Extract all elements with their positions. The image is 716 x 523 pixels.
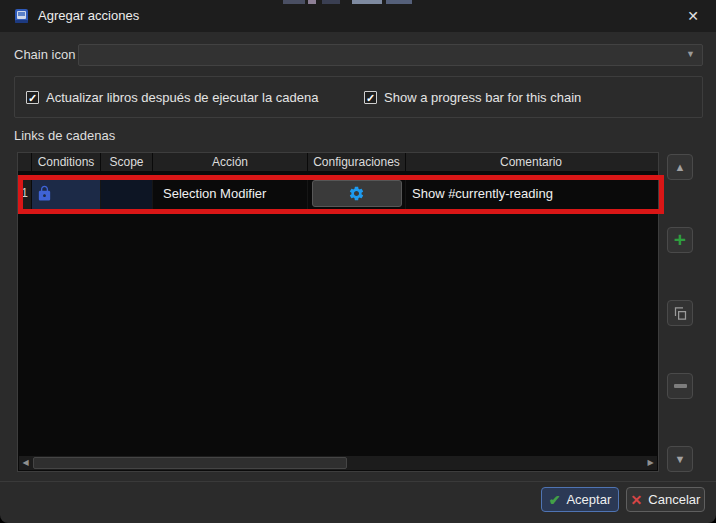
chain-icon-select[interactable]: ▼ — [78, 44, 703, 66]
accept-button-label: Aceptar — [566, 492, 611, 507]
chain-links-section-label: Links de cadenas — [14, 128, 115, 143]
table-row[interactable]: 1 Selection Modifier Show #currently-rea… — [18, 177, 658, 210]
plus-icon: + — [674, 229, 686, 250]
scroll-left-icon[interactable]: ◀ — [19, 456, 32, 470]
scope-cell[interactable] — [101, 177, 153, 210]
scroll-right-icon[interactable]: ▶ — [644, 456, 657, 470]
chain-editor-app-icon — [14, 8, 30, 24]
progress-bar-checkbox[interactable]: ✓ — [364, 91, 377, 104]
add-actions-dialog: Agregar acciones ✕ Chain icon ▼ ✓ Actual… — [0, 0, 716, 523]
add-link-button[interactable]: + — [667, 227, 693, 253]
chain-icon-label: Chain icon — [14, 47, 75, 62]
remove-link-button[interactable] — [667, 373, 693, 399]
progress-bar-label: Show a progress bar for this chain — [384, 90, 581, 105]
copy-link-button[interactable] — [667, 300, 693, 326]
table-header-row: Conditions Scope Acción Configuraciones … — [18, 153, 658, 171]
check-icon: ✔ — [549, 492, 561, 508]
options-groupbox: ✓ Actualizar libros después de ejecutar … — [14, 76, 703, 118]
cancel-button[interactable]: ✕ Cancelar — [626, 487, 705, 512]
table-corner-cell — [18, 153, 32, 171]
column-header-configuraciones[interactable]: Configuraciones — [308, 153, 406, 171]
close-icon[interactable]: ✕ — [676, 0, 710, 32]
configuraciones-cell — [308, 177, 406, 210]
progress-bar-checkbox-row[interactable]: ✓ Show a progress bar for this chain — [364, 90, 581, 105]
update-books-checkbox-row[interactable]: ✓ Actualizar libros después de ejecutar … — [26, 90, 318, 105]
dialog-title: Agregar acciones — [38, 0, 139, 32]
x-icon: ✕ — [631, 492, 643, 508]
update-books-label: Actualizar libros después de ejecutar la… — [46, 90, 318, 105]
lock-icon — [36, 185, 53, 202]
horizontal-scrollbar[interactable]: ◀ ▶ — [19, 456, 657, 470]
column-header-accion[interactable]: Acción — [153, 153, 308, 171]
row-number: 1 — [18, 177, 32, 210]
conditions-cell[interactable] — [32, 177, 101, 210]
comentario-cell[interactable]: Show #currently-reading — [406, 177, 656, 210]
chevron-down-icon: ▼ — [686, 49, 695, 59]
column-header-comentario[interactable]: Comentario — [406, 153, 656, 171]
gear-icon — [348, 185, 365, 202]
accept-button[interactable]: ✔ Aceptar — [541, 487, 619, 512]
background-artifact — [0, 0, 716, 4]
cancel-button-label: Cancelar — [648, 492, 700, 507]
settings-button[interactable] — [312, 180, 402, 207]
move-up-button[interactable]: ▲ — [667, 154, 693, 180]
scrollbar-track[interactable] — [32, 456, 644, 470]
minus-icon — [674, 384, 687, 388]
update-books-checkbox[interactable]: ✓ — [26, 91, 39, 104]
footer-divider — [0, 481, 716, 482]
accion-cell[interactable]: Selection Modifier — [153, 177, 308, 210]
titlebar: Agregar acciones ✕ — [0, 0, 716, 32]
column-header-conditions[interactable]: Conditions — [32, 153, 101, 171]
move-down-icon: ▼ — [675, 454, 686, 465]
chain-links-table: Conditions Scope Acción Configuraciones … — [17, 152, 659, 472]
move-down-button[interactable]: ▼ — [667, 446, 693, 472]
copy-icon — [673, 306, 688, 321]
column-header-scope[interactable]: Scope — [101, 153, 153, 171]
move-up-icon: ▲ — [675, 162, 686, 173]
scrollbar-thumb[interactable] — [33, 457, 347, 469]
